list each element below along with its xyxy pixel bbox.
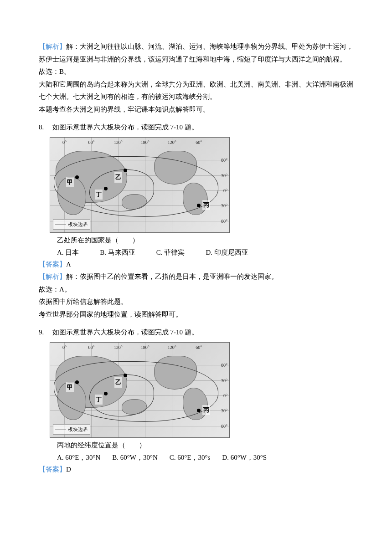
lon-label: 0° [62,138,67,146]
lon-label: 60° [196,138,202,146]
analysis-text: 本题考查各大洲之间的界线，牢记课本知识点解答即可。 [39,104,353,116]
lat-label: 60° [221,156,227,164]
answer-label: 【答案】 [39,466,66,473]
analysis-label: 【解析】 [39,43,66,50]
lon-label: 60° [88,344,94,351]
question-text: 乙处所在的国家是（ ） [57,235,353,246]
q7-analysis-block: 【解析】解：大洲之间往往以山脉、河流、湖泊、运河、海峡等地理事物为分界线。甲处为… [39,41,353,115]
point-label-jia: 甲 [66,177,74,187]
question-stem: 如图示意世界六大板块分布，读图完成 7-10 题。 [52,123,198,131]
analysis-text: 解：依据图中乙的位置来看，乙指的是日本，是亚洲唯一的发达国家。 [66,273,278,280]
question-number: 8. [39,122,51,133]
point-ding [104,187,108,190]
lat-label: 30° [221,407,227,415]
option-a[interactable]: A. 日本 [57,247,79,259]
lon-label: 60° [196,344,202,351]
lon-label: 120° [114,344,123,351]
lon-label: 120° [168,344,176,351]
analysis-text: 解：大洲之间往往以山脉、河流、湖泊、运河、海峡等地理事物为分界线。甲处为苏伊士运… [66,43,353,50]
legend-line-icon [55,225,66,225]
lon-label: 180° [141,344,150,351]
answer-value: A [66,261,71,268]
analysis-text: 依据图中所给信息解答此题。 [39,296,353,308]
point-label-ding: 丁 [95,190,103,200]
analysis-conclusion: 故选：A。 [39,284,353,296]
lon-label: 120° [114,138,123,146]
point-label-bing: 丙 [202,200,210,210]
point-label-yi: 乙 [114,377,122,387]
point-label-ding: 丁 [95,395,103,405]
point-label-jia: 甲 [66,382,74,392]
question-stem: 如图示意世界六大板块分布，读图完成 7-10 题。 [52,328,198,336]
analysis-conclusion: 故选：B。 [39,66,353,78]
analysis-label: 【解析】 [39,273,66,280]
point-label-bing: 丙 [202,405,210,415]
map-container: 0° 60° 120° 180° 120° 60° 60° 30° 0° 30°… [50,137,353,233]
point-jia [75,380,79,384]
option-c[interactable]: C. 60°E，30°s [170,452,211,464]
answer-label: 【答案】 [39,261,66,268]
lat-label: 60° [221,361,227,369]
legend-text: 板块边界 [68,221,88,227]
lat-label: 60° [221,422,227,430]
question-text: 丙地的经纬度位置是（ ） [57,440,353,451]
lon-label: 120° [168,138,176,146]
analysis-text: 苏伊士运河是亚洲与非洲的分界线，该运河沟通了红海和地中海，缩短了印度洋与大西洋之… [39,54,353,66]
analysis-text: 七个大洲。七大洲之间有的相连，有的被运河或海峡分割。 [39,91,353,103]
point-bing [197,204,201,207]
lon-label: 180° [141,138,150,146]
lon-label: 0° [62,344,67,351]
option-d[interactable]: D. 60°W，30°S [222,452,267,464]
option-b[interactable]: B. 60°W，30°N [112,452,158,464]
option-d[interactable]: D. 印度尼西亚 [206,247,248,259]
point-yi [124,374,127,377]
lat-label: 0° [223,186,227,194]
lat-label: 0° [223,391,227,399]
legend-line-icon [55,430,66,430]
option-c[interactable]: C. 菲律宾 [156,247,185,259]
point-ding [104,392,108,395]
point-yi [124,169,127,172]
option-b[interactable]: B. 马来西亚 [100,247,135,259]
map-legend: 板块边界 [53,219,90,230]
option-a[interactable]: A. 60°E，30°N [57,452,100,464]
question-number: 9. [39,327,51,339]
point-bing [197,409,201,412]
options-row: A. 60°E，30°N B. 60°W，30°N C. 60°E，30°s D… [57,452,353,464]
point-jia [75,175,79,179]
lat-label: 30° [221,376,227,384]
lat-label: 30° [221,202,227,210]
lon-label: 60° [88,138,94,146]
lat-label: 60° [221,217,227,225]
analysis-text: 考查世界部分国家的地理位置，读图解答即可。 [39,309,353,321]
map-legend: 板块边界 [53,424,90,435]
answer-value: D [66,466,71,473]
plate-map: 0° 60° 120° 180° 120° 60° 60° 30° 0° 30°… [50,342,230,438]
analysis-text: 大陆和它周围的岛屿合起来称为大洲，全球共分为亚洲、欧洲、北美洲、南美洲、非洲、大… [39,79,353,91]
legend-text: 板块边界 [68,426,88,432]
options-row: A. 日本 B. 马来西亚 C. 菲律宾 D. 印度尼西亚 [57,247,353,259]
plate-map: 0° 60° 120° 180° 120° 60° 60° 30° 0° 30°… [50,137,230,233]
question-8: 8. 如图示意世界六大板块分布，读图完成 7-10 题。 0° 60° [39,122,353,320]
map-container: 0° 60° 120° 180° 120° 60° 60° 30° 0° 30°… [50,342,353,438]
lat-label: 30° [221,171,227,179]
question-9: 9. 如图示意世界六大板块分布，读图完成 7-10 题。 0° 60° 120°… [39,327,353,475]
point-label-yi: 乙 [114,172,122,182]
